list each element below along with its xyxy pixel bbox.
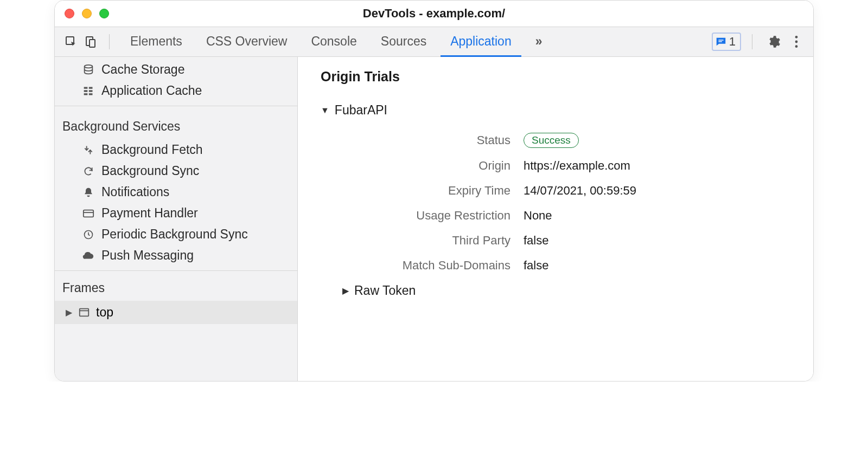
card-icon [82,207,95,220]
window-icon [78,306,91,319]
sidebar-label: Cache Storage [101,62,184,77]
clock-icon [82,228,95,241]
svg-rect-14 [89,93,93,95]
tab-sources[interactable]: Sources [371,27,436,57]
sidebar-label: top [96,305,113,320]
sidebar-label: Payment Handler [101,206,198,221]
fetch-icon [82,144,95,157]
sidebar-label: Notifications [101,185,169,199]
issues-count: 1 [729,35,736,49]
value-expiry: 14/07/2021, 00:59:59 [524,184,636,198]
svg-rect-18 [80,308,89,316]
svg-rect-11 [84,90,88,92]
svg-point-8 [85,64,93,68]
sidebar-item-payment-handler[interactable]: Payment Handler [55,203,297,224]
issues-button[interactable]: 1 [712,33,741,51]
sidebar-item-application-cache[interactable]: Application Cache [55,80,297,101]
svg-rect-10 [89,87,93,88]
tab-css-overview[interactable]: CSS Overview [196,27,297,57]
label-match-sub: Match Sub-Domains [380,258,510,273]
sidebar-item-background-fetch[interactable]: Background Fetch [55,139,297,160]
label-usage: Usage Restriction [380,209,510,223]
kebab-icon [792,35,801,49]
tree-node-raw-token[interactable]: ▶ Raw Token [342,283,790,298]
sidebar-label: Background Fetch [101,143,203,157]
value-third-party: false [524,234,548,248]
body-area: Cache Storage Application Cache Backgrou… [55,57,813,381]
database-icon [82,63,95,76]
tab-console[interactable]: Console [301,27,366,57]
window-title: DevTools - example.com/ [55,7,813,21]
sidebar-label: Push Messaging [101,248,194,263]
svg-rect-12 [89,90,93,92]
sidebar: Cache Storage Application Cache Backgrou… [55,57,298,381]
svg-rect-4 [718,41,722,42]
svg-rect-13 [84,93,88,95]
toolbar-separator-2 [752,34,752,49]
svg-point-5 [795,36,798,38]
svg-point-7 [795,45,798,48]
svg-rect-3 [718,40,723,40]
grid-icon [82,85,95,98]
svg-point-6 [795,41,798,43]
expand-arrow-icon: ▶ [66,307,72,318]
sync-icon [82,165,95,178]
value-usage: None [524,209,552,223]
gear-icon [767,35,781,49]
label-status: Status [380,133,510,147]
sidebar-label: Periodic Background Sync [101,227,248,242]
device-toggle-icon[interactable] [83,34,98,49]
bell-icon [82,186,95,199]
cloud-icon [82,249,95,262]
collapse-arrow-icon: ▼ [321,106,329,115]
svg-rect-2 [90,40,95,47]
sidebar-item-notifications[interactable]: Notifications [55,182,297,203]
sidebar-section-title-bg: Background Services [55,109,297,139]
more-tabs-button[interactable]: » [526,27,552,57]
label-expiry: Expiry Time [380,184,510,198]
more-options-button[interactable] [788,31,805,52]
sidebar-label: Background Sync [101,164,199,178]
value-origin: https://example.com [524,159,630,173]
sidebar-section-title-frames: Frames [55,271,297,301]
status-badge: Success [524,133,579,148]
raw-token-label: Raw Token [354,283,416,298]
message-icon [715,36,727,48]
main-content: Origin Trials ▼ FubarAPI Status Success … [298,57,813,381]
toolbar-separator [109,34,110,49]
sidebar-item-push-messaging[interactable]: Push Messaging [55,245,297,266]
main-toolbar: Elements CSS Overview Console Sources Ap… [55,27,813,57]
svg-rect-15 [84,210,93,217]
tab-elements[interactable]: Elements [120,27,192,57]
api-name: FubarAPI [335,103,387,118]
titlebar: DevTools - example.com/ [55,1,813,27]
settings-button[interactable] [763,31,784,52]
sidebar-label: Application Cache [101,83,202,98]
sidebar-item-frame-top[interactable]: ▶ top [55,301,297,324]
section-heading: Origin Trials [321,69,790,85]
devtools-window: DevTools - example.com/ Elements CSS Ove… [54,0,814,382]
value-match-sub: false [524,258,548,273]
label-third-party: Third Party [380,234,510,248]
sidebar-item-background-sync[interactable]: Background Sync [55,160,297,182]
property-grid: Status Success Origin https://example.co… [380,133,790,273]
sidebar-item-cache-storage[interactable]: Cache Storage [55,59,297,80]
sidebar-item-periodic-sync[interactable]: Periodic Background Sync [55,224,297,245]
tab-application[interactable]: Application [441,27,521,57]
svg-rect-9 [84,87,88,88]
expand-arrow-icon: ▶ [342,286,349,296]
inspect-element-icon[interactable] [63,34,79,49]
tree-node-api[interactable]: ▼ FubarAPI [321,103,790,118]
label-origin: Origin [380,159,510,173]
